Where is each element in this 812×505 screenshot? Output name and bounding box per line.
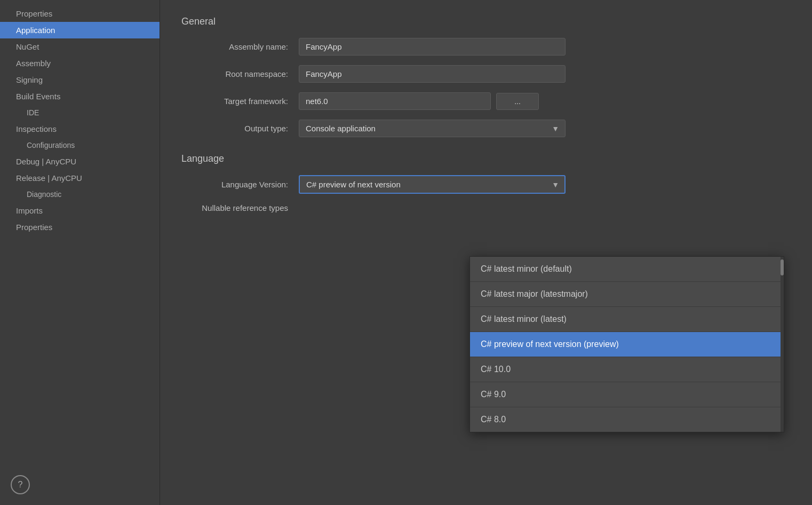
dropdown-item-latest-minor[interactable]: C# latest minor (latest) (470, 307, 784, 332)
help-button[interactable]: ? (11, 475, 30, 494)
target-framework-group: Target framework: ... (181, 92, 791, 110)
sidebar-item-configurations[interactable]: Configurations (0, 137, 160, 153)
language-version-select-wrapper: C# latest minor (default) C# latest majo… (299, 175, 566, 194)
dropdown-item-cs9[interactable]: C# 9.0 (470, 382, 784, 407)
sidebar-item-properties-top[interactable]: Properties (0, 5, 160, 22)
framework-row: ... (299, 92, 539, 110)
language-version-label: Language Version: (181, 180, 299, 189)
root-namespace-group: Root namespace: (181, 65, 791, 83)
dropdown-item-cs8[interactable]: C# 8.0 (470, 407, 784, 432)
main-content: General Assembly name: Root namespace: T… (160, 0, 812, 505)
sidebar-item-nuget[interactable]: NuGet (0, 38, 160, 55)
sidebar-item-imports[interactable]: Imports (0, 202, 160, 219)
sidebar-item-diagnostic[interactable]: Diagnostic (0, 186, 160, 202)
ellipsis-button[interactable]: ... (496, 93, 539, 110)
language-version-group: Language Version: C# latest minor (defau… (181, 175, 791, 194)
sidebar-item-application[interactable]: Application (0, 22, 160, 38)
dropdown-item-preview[interactable]: C# preview of next version (preview) (470, 332, 784, 357)
output-type-select-wrapper: Console application Windows Application … (299, 120, 566, 137)
sidebar-item-debug-anycpu[interactable]: Debug | AnyCPU (0, 153, 160, 170)
language-section: Language Language Version: C# latest min… (181, 153, 791, 212)
output-type-label: Output type: (181, 124, 299, 133)
dropdown-item-latest-major[interactable]: C# latest major (latestmajor) (470, 282, 784, 307)
output-type-group: Output type: Console application Windows… (181, 120, 791, 137)
language-version-dropdown: C# latest minor (default) C# latest majo… (469, 256, 784, 432)
scrollbar-thumb (781, 259, 784, 275)
assembly-name-input[interactable] (299, 38, 566, 56)
sidebar-footer: ? (0, 464, 160, 505)
target-framework-input[interactable] (299, 92, 491, 110)
root-namespace-input[interactable] (299, 65, 566, 83)
general-section-title: General (181, 16, 791, 27)
language-section-title: Language (181, 153, 791, 164)
root-namespace-label: Root namespace: (181, 69, 299, 78)
nullable-label: Nullable reference types (181, 203, 299, 212)
nullable-group: Nullable reference types (181, 203, 791, 212)
sidebar-item-assembly[interactable]: Assembly (0, 55, 160, 72)
language-version-select[interactable]: C# latest minor (default) C# latest majo… (299, 175, 566, 194)
sidebar-item-inspections[interactable]: Inspections (0, 121, 160, 137)
target-framework-label: Target framework: (181, 97, 299, 106)
dropdown-item-cs10[interactable]: C# 10.0 (470, 357, 784, 382)
sidebar-item-signing[interactable]: Signing (0, 72, 160, 88)
sidebar-item-properties-bottom[interactable]: Properties (0, 219, 160, 235)
scrollbar[interactable] (781, 257, 784, 432)
dropdown-item-latest-minor-default[interactable]: C# latest minor (default) (470, 257, 784, 282)
output-type-select[interactable]: Console application Windows Application … (299, 120, 566, 137)
sidebar-item-build-events[interactable]: Build Events (0, 88, 160, 105)
sidebar-item-ide[interactable]: IDE (0, 105, 160, 121)
assembly-name-group: Assembly name: (181, 38, 791, 56)
sidebar: Properties Application NuGet Assembly Si… (0, 0, 160, 505)
assembly-name-label: Assembly name: (181, 42, 299, 51)
sidebar-item-release-anycpu[interactable]: Release | AnyCPU (0, 170, 160, 186)
